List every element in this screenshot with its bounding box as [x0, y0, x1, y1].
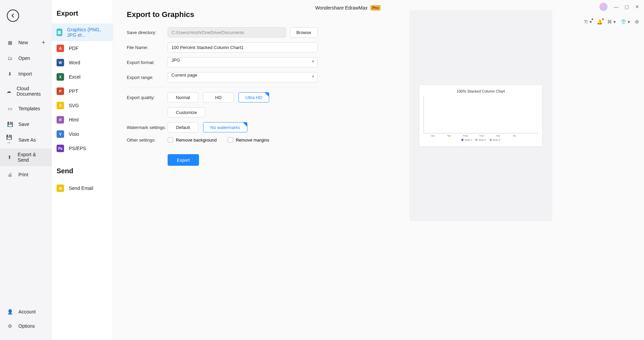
rail-account-label: Account — [18, 309, 36, 314]
export-excel-label: Excel — [69, 74, 80, 80]
export-word[interactable]: WWord — [52, 55, 113, 70]
save-as-icon: 💾→ — [6, 136, 14, 144]
ppt-file-icon: P — [57, 87, 64, 95]
export-graphics[interactable]: 🖼Graphics (PNG, JPG et... — [52, 23, 113, 41]
rail-save-as-label: Save As — [18, 137, 36, 143]
send-email-label: Send Email — [69, 185, 93, 191]
export-pdf[interactable]: APDF — [52, 41, 113, 55]
avatar-icon[interactable] — [599, 3, 608, 11]
range-select[interactable]: Current page — [168, 72, 318, 82]
rail-account[interactable]: 👤 Account — [0, 305, 51, 319]
rail-import[interactable]: ⬇ Import — [0, 67, 51, 81]
remove-bg-label: Remove background — [176, 137, 217, 143]
quality-ultra[interactable]: Ultra HD — [239, 92, 269, 102]
browse-button[interactable]: Browse — [290, 27, 318, 37]
chart-plot — [424, 96, 538, 133]
watermark-none[interactable]: No watermarks — [203, 122, 247, 132]
export-svg[interactable]: SSVG — [52, 98, 113, 113]
plus-icon[interactable]: + — [42, 39, 45, 46]
preview-area: 100% Stacked Column Chart OneTwoThreeFou… — [331, 10, 630, 330]
export-svg-label: SVG — [69, 103, 79, 108]
send-email[interactable]: ✉Send Email — [52, 181, 113, 195]
rail-export-send[interactable]: ⬆ Export & Send — [0, 148, 51, 166]
minimize-button[interactable]: — — [614, 4, 618, 10]
rail-templates-label: Templates — [18, 106, 40, 111]
close-button[interactable]: ✕ — [635, 4, 639, 10]
export-pseps[interactable]: PsPS/EPS — [52, 141, 113, 156]
rail-export-send-label: Export & Send — [18, 152, 45, 163]
export-excel[interactable]: XExcel — [52, 70, 113, 84]
send-heading: Send — [52, 164, 113, 181]
rail-import-label: Import — [18, 71, 32, 77]
export-form: Export to Graphics Save directory: Brows… — [127, 10, 318, 330]
import-icon: ⬇ — [6, 70, 14, 78]
app-title: Wondershare EdrawMax — [315, 5, 368, 11]
shirt-icon[interactable]: 👕 ▾ — [620, 19, 630, 25]
export-html[interactable]: HHtml — [52, 113, 113, 127]
main-area: Export to Graphics Save directory: Brows… — [113, 0, 644, 340]
remove-margins-checkbox[interactable]: Remove margins — [228, 137, 269, 143]
range-value: Current page — [168, 72, 318, 82]
back-button[interactable] — [7, 10, 19, 22]
rail-options-label: Options — [18, 323, 35, 329]
rail-options[interactable]: ⚙ Options — [0, 319, 51, 333]
watermark-default[interactable]: Default — [168, 122, 198, 132]
folder-icon: 🗂 — [6, 54, 14, 62]
image-file-icon: 🖼 — [57, 29, 62, 36]
options-icon: ⚙ — [6, 322, 14, 330]
chart-xaxis: OneTwoThreeFourFiveSix — [424, 135, 538, 137]
export-visio[interactable]: VVisio — [52, 127, 113, 141]
rail-new-label: New — [18, 40, 28, 45]
file-name-input[interactable] — [168, 42, 318, 52]
templates-icon: ▭ — [6, 105, 14, 112]
export-pseps-label: PS/EPS — [69, 146, 86, 151]
toolbar-icons: ?⃝ ▾ 🔔 ⌘ ▾ 👕 ▾ ⚙ — [584, 19, 639, 25]
remove-margins-label: Remove margins — [236, 137, 269, 143]
gear-icon[interactable]: ⚙ — [635, 19, 639, 25]
export-ppt-label: PPT — [69, 88, 78, 94]
word-file-icon: W — [57, 59, 64, 66]
save-icon: 💾 — [6, 120, 14, 128]
rail-print-label: Print — [18, 172, 28, 177]
bell-icon[interactable]: 🔔 — [597, 19, 602, 25]
checkbox-icon — [168, 137, 173, 143]
grid-icon[interactable]: ⌘ ▾ — [607, 19, 616, 25]
arrow-left-icon — [10, 13, 16, 19]
export-visio-label: Visio — [69, 131, 79, 137]
help-icon[interactable]: ?⃝ ▾ — [584, 19, 592, 25]
account-icon: 👤 — [6, 308, 14, 315]
window-controls: — ▢ ✕ — [599, 3, 639, 11]
divider — [127, 87, 318, 87]
quality-customize[interactable]: Customize — [168, 107, 205, 117]
title-bar: Wondershare EdrawMax Pro — [52, 0, 644, 16]
rail-save[interactable]: 💾 Save — [0, 117, 51, 131]
ps-file-icon: Ps — [57, 145, 64, 152]
rail-print[interactable]: 🖨 Print — [0, 167, 51, 182]
excel-file-icon: X — [57, 73, 64, 81]
format-select[interactable]: JPG — [168, 57, 318, 67]
rail-save-as[interactable]: 💾→ Save As — [0, 133, 51, 147]
quality-normal[interactable]: Normal — [168, 92, 198, 102]
left-rail: ▦ New + 🗂 Open ⬇ Import ☁ Cloud Document… — [0, 0, 52, 340]
pdf-file-icon: A — [57, 45, 64, 52]
label-file-name: File Name: — [127, 45, 168, 50]
export-button[interactable]: Export — [168, 154, 199, 166]
rail-open[interactable]: 🗂 Open — [0, 51, 51, 65]
rail-cloud-label: Cloud Documents — [17, 86, 45, 97]
maximize-button[interactable]: ▢ — [625, 4, 629, 10]
rail-cloud[interactable]: ☁ Cloud Documents — [0, 82, 51, 100]
rail-open-label: Open — [18, 55, 30, 61]
chart-legend: Series 1Series 2Series 3 — [424, 139, 538, 141]
label-range: Export range: — [127, 75, 168, 80]
label-format: Export format: — [127, 60, 168, 65]
print-icon: 🖨 — [6, 171, 14, 178]
export-graphics-label: Graphics (PNG, JPG et... — [67, 27, 108, 38]
rail-new[interactable]: ▦ New + — [0, 35, 51, 50]
remove-bg-checkbox[interactable]: Remove background — [168, 137, 217, 143]
label-save-dir: Save directory: — [127, 30, 168, 35]
rail-templates[interactable]: ▭ Templates — [0, 101, 51, 116]
quality-hd[interactable]: HD — [203, 92, 234, 102]
rail-save-label: Save — [18, 122, 29, 127]
export-ppt[interactable]: PPPT — [52, 84, 113, 98]
export-word-label: Word — [69, 60, 80, 65]
